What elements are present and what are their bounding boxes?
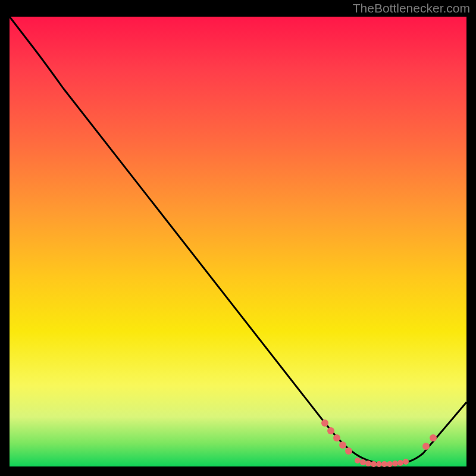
plot-area <box>10 17 466 466</box>
svg-point-6 <box>360 459 366 465</box>
svg-point-11 <box>387 461 393 467</box>
svg-point-0 <box>321 419 328 427</box>
chart-frame: TheBottlenecker.com <box>0 0 476 476</box>
svg-point-10 <box>381 461 387 467</box>
svg-point-16 <box>430 434 437 441</box>
attribution-label: TheBottlenecker.com <box>353 1 470 15</box>
svg-point-9 <box>376 461 382 467</box>
svg-point-5 <box>355 458 361 464</box>
svg-point-7 <box>365 461 371 466</box>
marker-dots <box>321 419 437 467</box>
svg-point-12 <box>392 461 398 466</box>
svg-point-4 <box>345 447 352 455</box>
bottleneck-curve <box>10 17 466 464</box>
svg-point-8 <box>371 461 377 467</box>
svg-point-2 <box>333 434 340 441</box>
svg-point-3 <box>339 441 346 449</box>
chart-svg <box>10 17 466 466</box>
svg-point-14 <box>403 459 409 465</box>
svg-point-15 <box>422 443 430 450</box>
svg-point-1 <box>327 427 334 434</box>
svg-point-13 <box>397 460 403 466</box>
